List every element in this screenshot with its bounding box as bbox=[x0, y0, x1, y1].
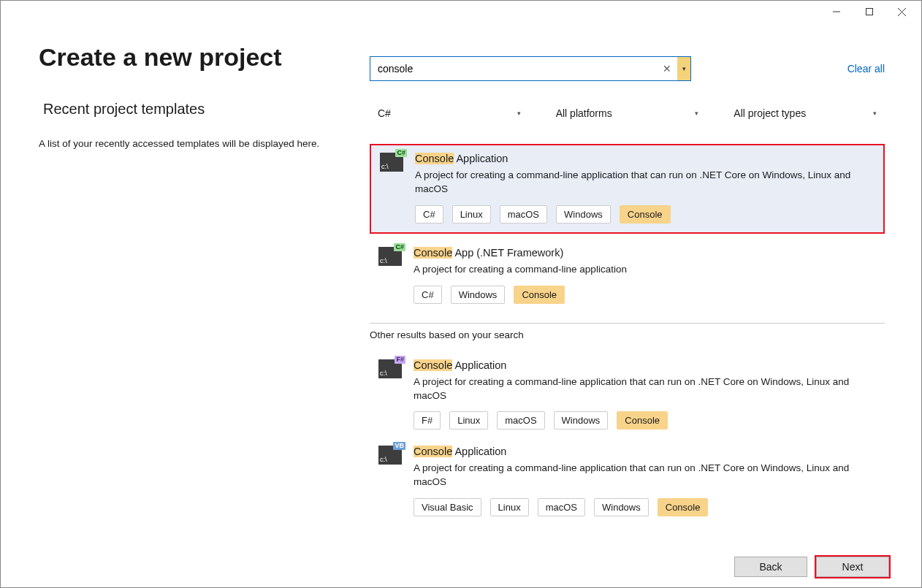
language-badge: C# bbox=[394, 243, 405, 251]
template-title: Console Application bbox=[415, 153, 875, 164]
tag: C# bbox=[415, 205, 443, 224]
recent-text: A list of your recently accessed templat… bbox=[39, 137, 340, 151]
template-description: A project for creating a command-line ap… bbox=[414, 263, 876, 277]
tag: Visual Basic bbox=[414, 498, 481, 516]
back-button[interactable]: Back bbox=[734, 557, 807, 577]
tag: Linux bbox=[449, 411, 488, 429]
template-item[interactable]: c:\VBConsole ApplicationA project for cr… bbox=[370, 438, 885, 525]
template-list: c:\C#Console ApplicationA project for cr… bbox=[370, 144, 885, 313]
tag: F# bbox=[414, 411, 441, 429]
tag: Windows bbox=[451, 286, 506, 304]
tag: Windows bbox=[556, 205, 611, 224]
language-badge: VB bbox=[393, 442, 405, 450]
tag: Linux bbox=[490, 498, 529, 516]
project-type-filter-label: All project types bbox=[734, 107, 806, 119]
tag: macOS bbox=[497, 411, 544, 429]
tag-row: C#WindowsConsole bbox=[414, 286, 876, 304]
tag: macOS bbox=[500, 205, 547, 224]
search-box[interactable]: ✕ ▾ bbox=[370, 56, 691, 81]
maximize-button[interactable] bbox=[853, 1, 885, 22]
platform-filter-label: All platforms bbox=[556, 107, 612, 119]
close-button[interactable] bbox=[885, 1, 918, 22]
platform-filter[interactable]: All platforms ▾ bbox=[548, 102, 707, 125]
minimize-button[interactable] bbox=[820, 1, 853, 22]
search-dropdown-icon[interactable]: ▾ bbox=[677, 57, 690, 80]
template-item[interactable]: c:\C#Console App (.NET Framework)A proje… bbox=[370, 240, 885, 313]
template-icon: c:\VB bbox=[378, 446, 402, 465]
template-icon: c:\C# bbox=[378, 247, 402, 266]
tag-row: Visual BasicLinuxmacOSWindowsConsole bbox=[414, 498, 876, 516]
next-button[interactable]: Next bbox=[816, 557, 889, 577]
template-description: A project for creating a command-line ap… bbox=[415, 169, 875, 196]
template-icon: c:\F# bbox=[378, 359, 402, 378]
divider bbox=[370, 323, 885, 324]
chevron-down-icon: ▾ bbox=[517, 110, 521, 117]
template-title: Console Application bbox=[414, 359, 876, 371]
chevron-down-icon: ▾ bbox=[873, 110, 877, 117]
tag-row: C#LinuxmacOSWindowsConsole bbox=[415, 205, 875, 224]
tag: Console bbox=[514, 286, 565, 304]
tag: Linux bbox=[452, 205, 491, 224]
other-results-heading: Other results based on your search bbox=[370, 329, 885, 340]
language-filter-label: C# bbox=[378, 107, 391, 119]
template-title: Console Application bbox=[414, 446, 876, 457]
template-item[interactable]: c:\C#Console ApplicationA project for cr… bbox=[370, 144, 885, 234]
other-template-list: c:\F#Console ApplicationA project for cr… bbox=[370, 352, 885, 526]
template-description: A project for creating a command-line ap… bbox=[414, 462, 876, 489]
recent-heading: Recent project templates bbox=[43, 101, 340, 118]
tag-row: F#LinuxmacOSWindowsConsole bbox=[414, 411, 876, 429]
tag: Console bbox=[658, 498, 709, 516]
template-description: A project for creating a command-line ap… bbox=[414, 375, 876, 403]
template-icon: c:\C# bbox=[380, 153, 403, 172]
page-title: Create a new project bbox=[39, 43, 340, 72]
search-input[interactable] bbox=[370, 57, 657, 80]
tag: Console bbox=[620, 205, 671, 224]
clear-all-link[interactable]: Clear all bbox=[847, 63, 885, 75]
window-titlebar bbox=[1, 1, 921, 23]
template-item[interactable]: c:\F#Console ApplicationA project for cr… bbox=[370, 352, 885, 439]
tag: macOS bbox=[538, 498, 585, 516]
tag: Windows bbox=[554, 411, 609, 429]
project-type-filter[interactable]: All project types ▾ bbox=[725, 102, 885, 125]
language-badge: C# bbox=[395, 149, 407, 157]
svg-rect-1 bbox=[866, 9, 872, 15]
template-title: Console App (.NET Framework) bbox=[414, 247, 876, 259]
tag: Windows bbox=[594, 498, 649, 516]
tag: Console bbox=[617, 411, 668, 429]
chevron-down-icon: ▾ bbox=[695, 110, 698, 117]
language-badge: F# bbox=[395, 356, 405, 364]
search-clear-icon[interactable]: ✕ bbox=[657, 57, 677, 80]
tag: C# bbox=[414, 286, 442, 304]
language-filter[interactable]: C# ▾ bbox=[370, 102, 529, 125]
